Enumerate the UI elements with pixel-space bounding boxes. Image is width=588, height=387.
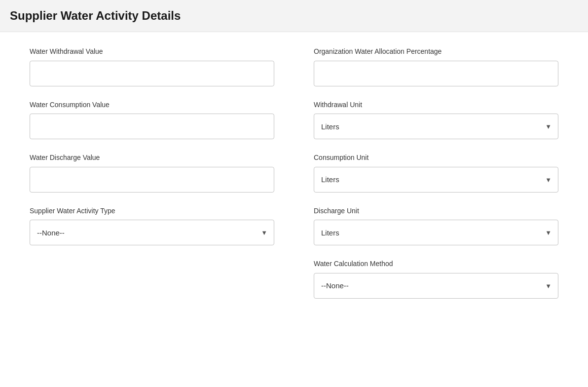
page-title: Supplier Water Activity Details <box>10 9 578 23</box>
org-water-allocation-percentage-label: Organization Water Allocation Percentage <box>314 47 558 57</box>
water-withdrawal-value-label: Water Withdrawal Value <box>30 47 274 57</box>
org-water-allocation-percentage-input[interactable] <box>314 61 558 86</box>
consumption-unit-label: Consumption Unit <box>314 153 558 163</box>
page-header: Supplier Water Activity Details <box>0 0 588 32</box>
discharge-unit-label: Discharge Unit <box>314 206 558 216</box>
water-calculation-method-group: Water Calculation Method --None-- <box>314 259 558 299</box>
consumption-unit-wrapper: Liters <box>314 167 558 193</box>
supplier-water-activity-type-wrapper: --None-- <box>30 220 274 245</box>
withdrawal-unit-group: Withdrawal Unit Liters <box>314 100 558 140</box>
consumption-unit-group: Consumption Unit Liters <box>314 153 558 193</box>
water-withdrawal-value-input[interactable] <box>30 61 274 86</box>
water-discharge-value-group: Water Discharge Value <box>30 153 274 193</box>
consumption-unit-select[interactable]: Liters <box>314 167 558 193</box>
supplier-water-activity-type-select[interactable]: --None-- <box>30 220 274 245</box>
right-column: Organization Water Allocation Percentage… <box>314 47 558 312</box>
water-consumption-value-group: Water Consumption Value <box>30 100 274 140</box>
water-consumption-value-label: Water Consumption Value <box>30 100 274 110</box>
withdrawal-unit-select[interactable]: Liters <box>314 114 558 139</box>
water-calculation-method-label: Water Calculation Method <box>314 259 558 269</box>
withdrawal-unit-wrapper: Liters <box>314 114 558 139</box>
form-container: Water Withdrawal Value Water Consumption… <box>0 32 588 327</box>
form-grid: Water Withdrawal Value Water Consumption… <box>30 47 558 312</box>
water-consumption-value-input[interactable] <box>30 114 274 139</box>
water-discharge-value-label: Water Discharge Value <box>30 153 274 163</box>
discharge-unit-wrapper: Liters <box>314 220 558 245</box>
discharge-unit-select[interactable]: Liters <box>314 220 558 245</box>
left-column: Water Withdrawal Value Water Consumption… <box>30 47 274 312</box>
water-calculation-method-wrapper: --None-- <box>314 273 558 299</box>
water-discharge-value-input[interactable] <box>30 167 274 193</box>
supplier-water-activity-type-label: Supplier Water Activity Type <box>30 206 274 216</box>
water-withdrawal-value-group: Water Withdrawal Value <box>30 47 274 86</box>
discharge-unit-group: Discharge Unit Liters <box>314 206 558 246</box>
supplier-water-activity-type-group: Supplier Water Activity Type --None-- <box>30 206 274 246</box>
water-calculation-method-select[interactable]: --None-- <box>314 273 558 299</box>
withdrawal-unit-label: Withdrawal Unit <box>314 100 558 110</box>
org-water-allocation-percentage-group: Organization Water Allocation Percentage <box>314 47 558 86</box>
